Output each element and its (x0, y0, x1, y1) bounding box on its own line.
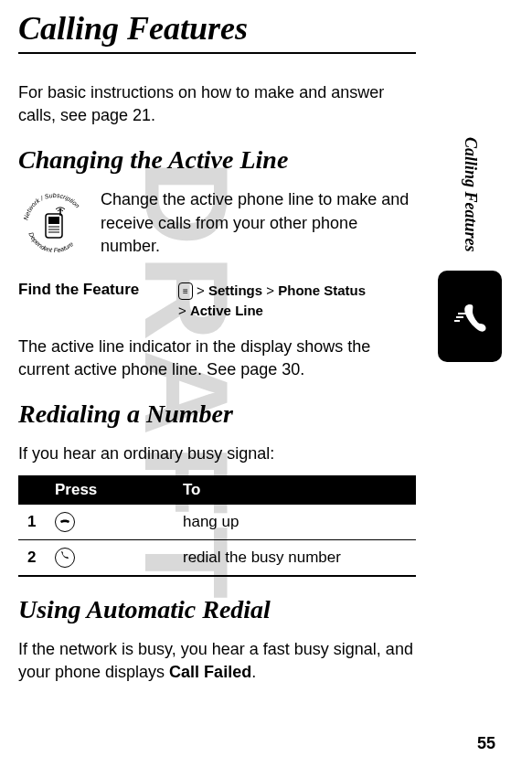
call-failed-label: Call Failed (169, 663, 251, 681)
section-heading-changing-line: Changing the Active Line (18, 145, 416, 175)
network-subscription-icon: Network / Subscription Dependent Feature (18, 188, 91, 261)
find-feature-label: Find the Feature (18, 281, 160, 299)
section2-intro: If you hear an ordinary busy signal: (18, 442, 416, 465)
right-sidebar: Calling Features (424, 137, 516, 362)
section3-intro-post: . (251, 663, 256, 681)
table-row: 1 hang up (18, 505, 416, 540)
find-feature-row: Find the Feature ≡ > Settings > Phone St… (18, 281, 416, 322)
path-sep: > (197, 282, 205, 298)
step-number: 2 (18, 539, 46, 576)
table-row: 2 redial the busy number (18, 539, 416, 576)
section3-intro: If the network is busy, you hear a fast … (18, 638, 416, 684)
section1-intro: Change the active phone line to make and… (101, 188, 416, 258)
press-to-table: Press To 1 hang up 2 (18, 475, 416, 577)
svg-text:Network / Subscription: Network / Subscription (22, 192, 80, 221)
section1-after: The active line indicator in the display… (18, 336, 416, 381)
page-number: 55 (477, 734, 495, 753)
press-cell (46, 505, 174, 540)
section-heading-auto-redial: Using Automatic Redial (18, 595, 416, 624)
step-number: 1 (18, 505, 46, 540)
path-sep: > (178, 303, 186, 318)
to-cell: hang up (174, 505, 416, 540)
table-header-press: Press (46, 475, 174, 505)
send-call-icon (55, 548, 75, 568)
sidebar-section-label: Calling Features (461, 137, 480, 252)
end-call-icon (55, 512, 75, 532)
section-heading-redialing: Redialing a Number (18, 399, 416, 429)
path-phone-status: Phone Status (278, 282, 366, 298)
to-cell: redial the busy number (174, 539, 416, 576)
table-header-empty (18, 475, 46, 505)
page-title: Calling Features (18, 9, 416, 54)
path-sep: > (266, 282, 274, 298)
svg-rect-3 (48, 217, 59, 224)
find-feature-path: ≡ > Settings > Phone Status > Active Lin… (178, 281, 366, 322)
intro-paragraph: For basic instructions on how to make an… (18, 81, 416, 127)
press-cell (46, 539, 174, 576)
path-settings: Settings (208, 282, 262, 298)
path-active-line: Active Line (190, 303, 263, 318)
menu-icon: ≡ (178, 282, 193, 300)
phone-tab-icon (438, 271, 502, 362)
table-header-to: To (174, 475, 416, 505)
svg-text:Dependent Feature: Dependent Feature (27, 231, 74, 253)
